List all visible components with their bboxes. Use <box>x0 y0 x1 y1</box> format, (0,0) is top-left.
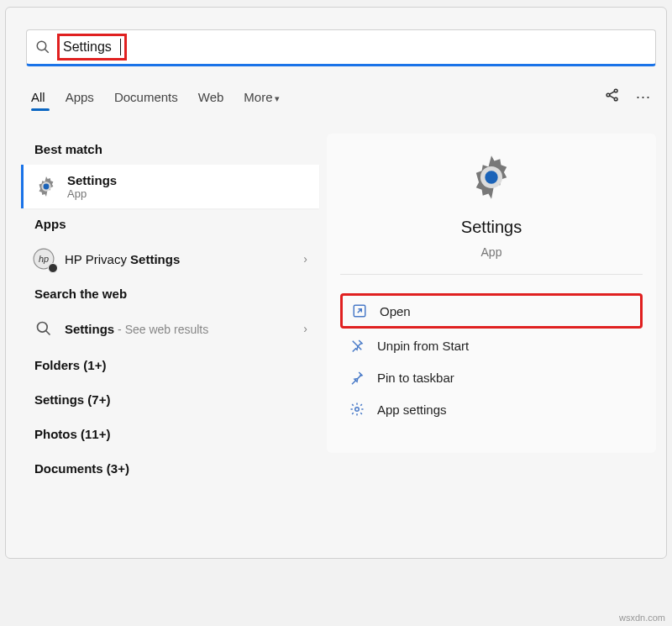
search-icon <box>35 39 50 55</box>
action-pin-taskbar[interactable]: Pin to taskbar <box>340 362 643 392</box>
share-icon[interactable] <box>604 87 621 108</box>
action-label: Open <box>380 304 411 318</box>
apps-header: Apps <box>21 208 319 239</box>
action-label: Pin to taskbar <box>377 371 454 385</box>
svg-line-5 <box>610 92 615 94</box>
open-icon <box>351 302 368 319</box>
hp-icon: hp <box>33 248 55 270</box>
tab-documents[interactable]: Documents <box>114 87 178 108</box>
text-cursor <box>120 39 121 55</box>
search-icon <box>33 318 55 339</box>
category-documents[interactable]: Documents (3+) <box>21 451 319 486</box>
result-settings-app[interactable]: Settings App <box>21 165 319 208</box>
search-input-highlight <box>57 34 127 60</box>
tab-more[interactable]: More▾ <box>244 87 279 108</box>
gear-icon-large <box>468 154 515 204</box>
svg-point-12 <box>38 323 48 333</box>
results-panel: Best match Settings App Apps hp HP Priva… <box>21 134 319 486</box>
action-label: App settings <box>377 402 447 417</box>
chevron-right-icon: › <box>303 322 307 335</box>
tab-all[interactable]: All <box>31 87 45 108</box>
search-window: All Apps Documents Web More▾ ··· Best ma… <box>5 7 667 559</box>
action-unpin[interactable]: Unpin from Start <box>340 330 643 360</box>
svg-point-3 <box>614 89 617 92</box>
svg-text:hp: hp <box>39 254 49 264</box>
category-photos[interactable]: Photos (11+) <box>21 417 319 451</box>
svg-point-4 <box>614 97 617 101</box>
result-sub: App <box>67 187 307 200</box>
gear-icon <box>35 176 57 197</box>
filter-tabs: All Apps Documents Web More▾ ··· <box>31 87 651 108</box>
more-icon[interactable]: ··· <box>636 88 651 106</box>
chevron-right-icon: › <box>303 252 307 266</box>
action-label: Unpin from Start <box>377 339 469 353</box>
tab-apps[interactable]: Apps <box>66 87 94 108</box>
detail-sub: App <box>481 245 502 259</box>
result-title: HP Privacy Settings <box>65 252 293 266</box>
svg-line-13 <box>46 331 50 335</box>
svg-point-2 <box>606 93 610 97</box>
search-bar[interactable] <box>26 29 656 66</box>
svg-point-0 <box>37 41 46 50</box>
pin-icon <box>349 369 365 386</box>
svg-line-1 <box>45 49 49 53</box>
unpin-icon <box>349 337 365 354</box>
svg-line-6 <box>610 96 615 98</box>
chevron-down-icon: ▾ <box>275 93 280 103</box>
category-folders[interactable]: Folders (1+) <box>21 348 319 382</box>
result-hp-privacy[interactable]: hp HP Privacy Settings › <box>21 239 319 278</box>
svg-point-9 <box>44 184 50 190</box>
action-app-settings[interactable]: App settings <box>340 394 643 424</box>
result-title: Settings - See web results <box>65 322 293 336</box>
search-input[interactable] <box>63 39 120 55</box>
detail-title: Settings <box>461 218 522 237</box>
svg-point-17 <box>355 408 360 412</box>
lock-badge-icon <box>48 263 58 273</box>
tab-web[interactable]: Web <box>198 87 224 108</box>
best-match-header: Best match <box>21 134 319 165</box>
detail-panel: Settings App Open Unpin from Start Pi <box>327 134 656 453</box>
action-open[interactable]: Open <box>340 293 643 329</box>
svg-point-15 <box>485 171 497 183</box>
tab-underline <box>31 108 50 111</box>
gear-icon <box>349 401 365 418</box>
category-settings[interactable]: Settings (7+) <box>21 382 319 417</box>
search-web-header: Search the web <box>21 278 319 309</box>
watermark: wsxdn.com <box>619 613 665 623</box>
result-web-settings[interactable]: Settings - See web results › <box>21 309 319 348</box>
